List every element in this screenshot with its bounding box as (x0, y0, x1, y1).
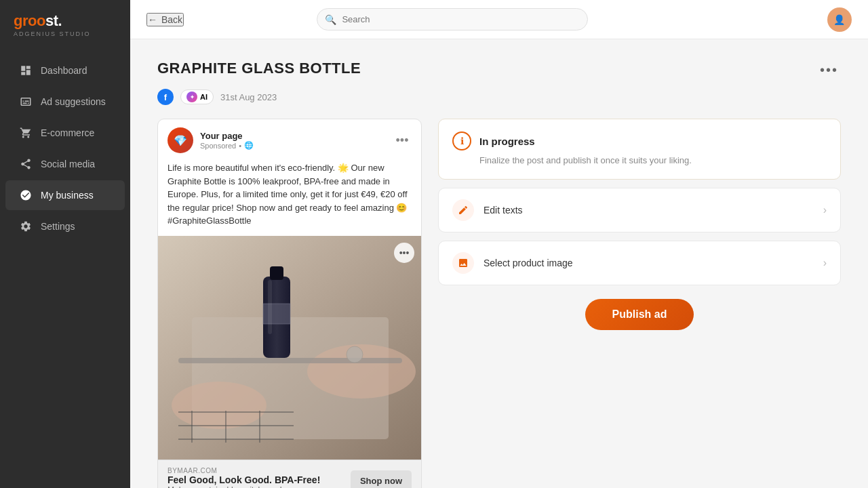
page-header: GRAPHITE GLASS BOTTLE ••• (157, 60, 841, 81)
edit-texts-card[interactable]: Edit texts › (438, 188, 841, 232)
select-image-label: Select product image (484, 258, 823, 268)
sidebar-nav: Dashboard Ad suggestions E-commerce Soci… (0, 48, 130, 488)
brand-name: groost. (14, 12, 117, 30)
main-area: ← Back 🔍 👤 GRAPHITE GLASS BOTTLE ••• f ✦… (130, 0, 868, 488)
ai-label: AI (200, 93, 208, 101)
back-button[interactable]: ← Back (146, 13, 184, 26)
ad-icon (19, 95, 33, 108)
chevron-right-icon: › (823, 257, 827, 269)
ai-dot-icon: ✦ (186, 92, 197, 102)
sidebar-item-dashboard[interactable]: Dashboard (5, 56, 125, 85)
svg-point-15 (347, 346, 363, 363)
sidebar-item-social-media[interactable]: Social media (5, 149, 125, 179)
footer-info: BYMAAR.COM Feel Good, Look Good. BPA-Fre… (167, 467, 320, 489)
ad-text: Life is more beautiful when it's eco-fri… (158, 159, 421, 236)
ad-footer: BYMAAR.COM Feel Good, Look Good. BPA-Fre… (158, 460, 421, 489)
back-arrow-icon: ← (148, 14, 157, 25)
sidebar-item-settings[interactable]: Settings (5, 211, 125, 241)
sidebar-item-ecommerce[interactable]: E-commerce (5, 118, 125, 148)
sponsored-label: Sponsored (200, 142, 236, 150)
sidebar-item-label: E-commerce (41, 127, 94, 138)
search-input[interactable] (317, 8, 588, 30)
select-image-icon (452, 252, 474, 274)
social-icon (19, 157, 33, 171)
svg-rect-6 (270, 266, 283, 280)
status-icon: ℹ (452, 131, 471, 150)
image-options-button[interactable]: ••• (394, 243, 414, 263)
search-bar: 🔍 (317, 8, 588, 30)
edit-texts-label: Edit texts (484, 205, 823, 216)
settings-icon (19, 220, 33, 233)
chevron-right-icon: › (823, 204, 827, 216)
svg-rect-8 (268, 280, 272, 334)
page-name: Your page (200, 131, 393, 141)
sidebar: groost. ADGENIUS STUDIO Dashboard Ad sug… (0, 0, 130, 488)
facebook-badge: f (157, 89, 174, 105)
publish-date: 31st Aug 2023 (220, 92, 277, 102)
select-image-card[interactable]: Select product image › (438, 241, 841, 285)
shop-now-button[interactable]: Shop now (351, 470, 412, 489)
svg-point-3 (172, 382, 267, 429)
ai-badge: ✦ AI (180, 89, 214, 104)
svg-rect-7 (263, 304, 290, 324)
top-header: ← Back 🔍 👤 (130, 0, 868, 39)
svg-rect-4 (178, 358, 402, 363)
facebook-icon: f (164, 92, 167, 102)
publish-ad-button[interactable]: Publish ad (585, 299, 694, 330)
ad-subtext: Make a sustainable switch now! (167, 485, 320, 489)
status-description: Finalize the post and publish it once it… (452, 155, 827, 167)
sidebar-item-my-business[interactable]: My business (5, 180, 125, 210)
sidebar-item-label: My business (41, 190, 94, 201)
status-title: In progress (479, 136, 535, 147)
sidebar-item-label: Ad suggestions (41, 96, 106, 107)
dashboard-icon (19, 64, 33, 77)
more-options-button[interactable]: ••• (817, 60, 841, 81)
sidebar-item-label: Dashboard (41, 65, 87, 76)
ecommerce-icon (19, 126, 33, 140)
business-icon (19, 188, 33, 202)
sidebar-item-label: Settings (41, 221, 75, 232)
product-image (158, 236, 421, 460)
status-card: ℹ In progress Finalize the post and publ… (438, 119, 841, 180)
sponsored-row: Sponsored • 🌐 (200, 141, 393, 150)
status-header: ℹ In progress (452, 131, 827, 150)
right-panel: ℹ In progress Finalize the post and publ… (438, 119, 841, 330)
ad-preview-card: 💎 Your page Sponsored • 🌐 ••• Life is mo… (157, 119, 422, 488)
content-area: GRAPHITE GLASS BOTTLE ••• f ✦ AI 31st Au… (130, 39, 868, 488)
page-avatar: 💎 (167, 127, 193, 153)
brand-sub: ADGENIUS STUDIO (14, 30, 117, 37)
page-info: Your page Sponsored • 🌐 (200, 131, 393, 150)
page-title: GRAPHITE GLASS BOTTLE (157, 60, 361, 77)
ad-header: 💎 Your page Sponsored • 🌐 ••• (158, 119, 421, 159)
avatar: 👤 (827, 7, 852, 32)
ad-domain: BYMAAR.COM (167, 467, 320, 474)
ad-options-button[interactable]: ••• (393, 131, 412, 150)
globe-icon: 🌐 (244, 141, 254, 150)
dot-separator: • (239, 142, 241, 150)
logo: groost. ADGENIUS STUDIO (0, 0, 130, 48)
meta-row: f ✦ AI 31st Aug 2023 (157, 89, 841, 105)
search-icon: 🔍 (325, 14, 336, 25)
back-label: Back (161, 14, 182, 25)
two-col-layout: 💎 Your page Sponsored • 🌐 ••• Life is mo… (157, 119, 841, 488)
ad-headline: Feel Good, Look Good. BPA-Free! (167, 474, 320, 485)
sidebar-item-ad-suggestions[interactable]: Ad suggestions (5, 87, 125, 117)
edit-texts-icon (452, 199, 474, 221)
ad-image: ••• (158, 236, 421, 460)
sidebar-item-label: Social media (41, 159, 95, 169)
